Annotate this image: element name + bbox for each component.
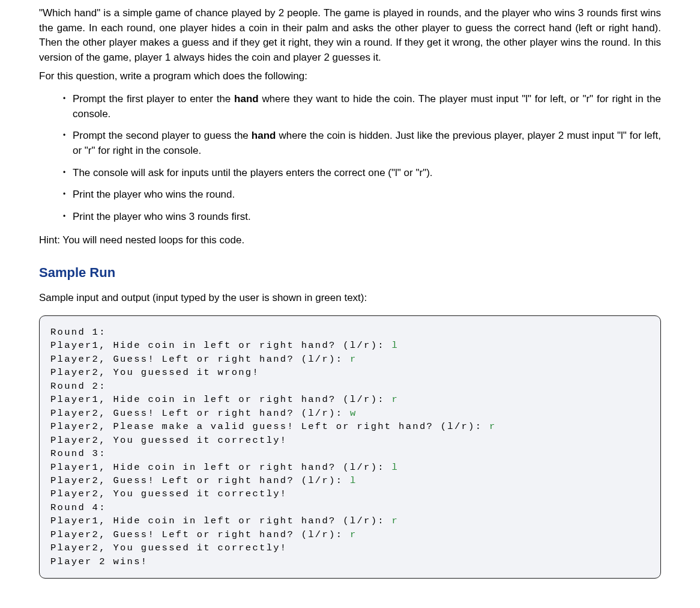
code-line: Player2, Guess! Left or right hand? (l/r… bbox=[50, 529, 350, 540]
bold-word: hand bbox=[234, 93, 259, 105]
code-line: Player 2 wins! bbox=[50, 556, 148, 567]
user-input: l bbox=[350, 475, 357, 486]
list-item: Prompt the first player to enter the han… bbox=[63, 92, 661, 121]
code-line: Player1, Hide coin in left or right hand… bbox=[50, 462, 391, 473]
user-input: l bbox=[391, 340, 399, 351]
user-input: l bbox=[391, 462, 399, 473]
list-item: The console will ask for inputs until th… bbox=[63, 166, 661, 181]
code-line: Player2, Guess! Left or right hand? (l/r… bbox=[50, 408, 350, 419]
code-line: Player1, Hide coin in left or right hand… bbox=[50, 394, 391, 405]
lead-paragraph: For this question, write a program which… bbox=[39, 69, 661, 84]
requirements-list: Prompt the first player to enter the han… bbox=[39, 92, 661, 224]
code-line: Round 3: bbox=[50, 448, 106, 459]
user-input: r bbox=[391, 515, 399, 526]
sample-output-box: Round 1: Player1, Hide coin in left or r… bbox=[39, 315, 661, 579]
code-line: Player2, You guessed it correctly! bbox=[50, 488, 287, 499]
user-input: r bbox=[391, 394, 399, 405]
code-line: Round 1: bbox=[50, 327, 106, 338]
intro-paragraph: "Which hand" is a simple game of chance … bbox=[39, 6, 661, 65]
code-line: Player1, Hide coin in left or right hand… bbox=[50, 340, 391, 351]
bullet-text: Prompt the first player to enter the bbox=[73, 93, 234, 105]
hint-paragraph: Hint: You will need nested loops for thi… bbox=[39, 233, 661, 248]
list-item: Print the player who wins the round. bbox=[63, 187, 661, 202]
code-line: Player2, You guessed it wrong! bbox=[50, 367, 259, 378]
user-input: w bbox=[350, 408, 357, 419]
code-line: Round 4: bbox=[50, 502, 106, 513]
sample-run-heading: Sample Run bbox=[39, 263, 661, 282]
user-input: r bbox=[350, 529, 357, 540]
code-line: Player2, Guess! Left or right hand? (l/r… bbox=[50, 475, 350, 486]
code-line: Player2, Guess! Left or right hand? (l/r… bbox=[50, 354, 350, 365]
list-item: Print the player who wins 3 rounds first… bbox=[63, 210, 661, 225]
bullet-text: Prompt the second player to guess the bbox=[73, 130, 252, 141]
code-line: Player1, Hide coin in left or right hand… bbox=[50, 515, 391, 526]
bold-word: hand bbox=[252, 130, 276, 141]
code-line: Player2, You guessed it correctly! bbox=[50, 543, 287, 553]
code-line: Round 2: bbox=[50, 381, 106, 392]
code-line: Player2, Please make a valid guess! Left… bbox=[50, 421, 489, 432]
user-input: r bbox=[350, 354, 357, 365]
code-line: Player2, You guessed it correctly! bbox=[50, 435, 287, 446]
user-input: r bbox=[489, 421, 496, 432]
list-item: Prompt the second player to guess the ha… bbox=[63, 129, 661, 158]
sample-lead-paragraph: Sample input and output (input typed by … bbox=[39, 291, 661, 306]
